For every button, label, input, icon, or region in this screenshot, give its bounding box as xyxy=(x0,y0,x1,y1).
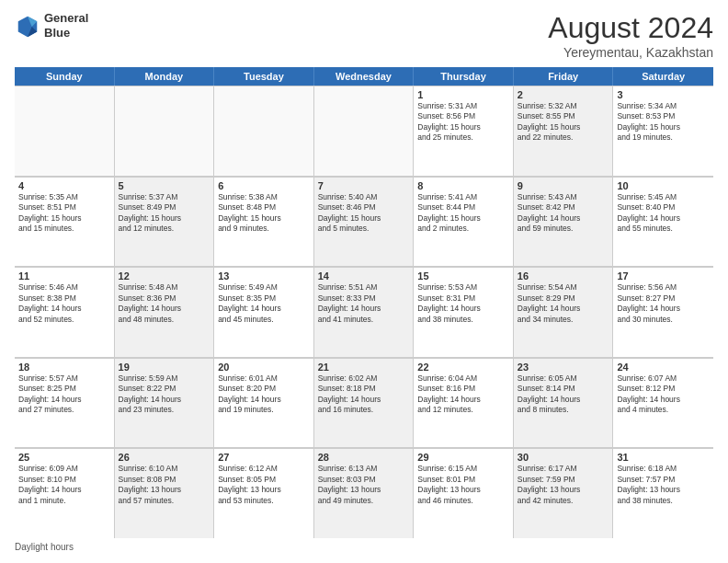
cell-info: Sunrise: 6:18 AM Sunset: 7:57 PM Dayligh… xyxy=(617,464,710,506)
day-number: 4 xyxy=(18,180,110,191)
cell-info: Sunrise: 5:34 AM Sunset: 8:53 PM Dayligh… xyxy=(617,101,710,144)
calendar-cell xyxy=(214,86,314,176)
weekday-header: Wednesday xyxy=(314,67,415,86)
day-number: 3 xyxy=(617,89,710,100)
logo-text: General Blue xyxy=(44,11,88,40)
calendar-cell: 9Sunrise: 5:43 AM Sunset: 8:42 PM Daylig… xyxy=(514,177,614,267)
calendar-cell: 13Sunrise: 5:49 AM Sunset: 8:35 PM Dayli… xyxy=(214,267,314,357)
calendar-week-row: 11Sunrise: 5:46 AM Sunset: 8:38 PM Dayli… xyxy=(15,267,713,358)
calendar-cell xyxy=(314,86,415,176)
cell-info: Sunrise: 5:57 AM Sunset: 8:25 PM Dayligh… xyxy=(18,373,110,416)
cell-info: Sunrise: 5:56 AM Sunset: 8:27 PM Dayligh… xyxy=(617,282,710,325)
cell-info: Sunrise: 6:05 AM Sunset: 8:14 PM Dayligh… xyxy=(518,373,609,416)
day-number: 18 xyxy=(18,362,110,373)
day-number: 22 xyxy=(417,362,509,373)
page: General Blue August 2024 Yereymentau, Ka… xyxy=(0,0,728,563)
day-number: 7 xyxy=(318,180,410,191)
day-number: 9 xyxy=(518,180,609,191)
day-number: 5 xyxy=(119,180,210,191)
calendar-cell: 19Sunrise: 5:59 AM Sunset: 8:22 PM Dayli… xyxy=(115,358,215,448)
day-number: 27 xyxy=(218,452,310,463)
calendar-cell: 12Sunrise: 5:48 AM Sunset: 8:36 PM Dayli… xyxy=(115,267,215,357)
weekday-header: Sunday xyxy=(15,67,115,86)
calendar-cell: 3Sunrise: 5:34 AM Sunset: 8:53 PM Daylig… xyxy=(613,86,713,176)
calendar-cell: 22Sunrise: 6:04 AM Sunset: 8:16 PM Dayli… xyxy=(414,358,514,448)
calendar-body: 1Sunrise: 5:31 AM Sunset: 8:56 PM Daylig… xyxy=(15,86,713,538)
calendar-cell: 2Sunrise: 5:32 AM Sunset: 8:55 PM Daylig… xyxy=(514,86,614,176)
cell-info: Sunrise: 5:32 AM Sunset: 8:55 PM Dayligh… xyxy=(518,101,609,144)
day-number: 6 xyxy=(218,180,310,191)
day-number: 28 xyxy=(318,452,410,463)
day-number: 19 xyxy=(119,362,210,373)
cell-info: Sunrise: 6:01 AM Sunset: 8:20 PM Dayligh… xyxy=(218,373,310,416)
location: Yereymentau, Kazakhstan xyxy=(548,45,713,60)
cell-info: Sunrise: 5:54 AM Sunset: 8:29 PM Dayligh… xyxy=(518,282,609,325)
calendar-cell: 4Sunrise: 5:35 AM Sunset: 8:51 PM Daylig… xyxy=(15,177,115,267)
cell-info: Sunrise: 5:53 AM Sunset: 8:31 PM Dayligh… xyxy=(417,282,509,325)
day-number: 2 xyxy=(518,89,609,100)
cell-info: Sunrise: 5:46 AM Sunset: 8:38 PM Dayligh… xyxy=(18,282,110,325)
calendar-cell: 16Sunrise: 5:54 AM Sunset: 8:29 PM Dayli… xyxy=(514,267,614,357)
cell-info: Sunrise: 6:12 AM Sunset: 8:05 PM Dayligh… xyxy=(218,464,310,506)
logo-icon xyxy=(15,13,40,39)
calendar-cell xyxy=(115,86,215,176)
calendar-cell: 7Sunrise: 5:40 AM Sunset: 8:46 PM Daylig… xyxy=(314,177,415,267)
cell-info: Sunrise: 5:37 AM Sunset: 8:49 PM Dayligh… xyxy=(119,192,210,235)
day-number: 29 xyxy=(417,452,509,463)
title-block: August 2024 Yereymentau, Kazakhstan xyxy=(548,11,713,60)
calendar-cell: 23Sunrise: 6:05 AM Sunset: 8:14 PM Dayli… xyxy=(514,358,614,448)
day-number: 30 xyxy=(518,452,609,463)
day-number: 8 xyxy=(417,180,509,191)
cell-info: Sunrise: 5:31 AM Sunset: 8:56 PM Dayligh… xyxy=(417,101,509,144)
cell-info: Sunrise: 5:48 AM Sunset: 8:36 PM Dayligh… xyxy=(119,282,210,325)
calendar-cell: 28Sunrise: 6:13 AM Sunset: 8:03 PM Dayli… xyxy=(314,448,415,538)
cell-info: Sunrise: 5:49 AM Sunset: 8:35 PM Dayligh… xyxy=(218,282,310,325)
day-number: 12 xyxy=(119,270,210,282)
calendar: SundayMondayTuesdayWednesdayThursdayFrid… xyxy=(15,67,713,538)
day-number: 1 xyxy=(417,89,509,100)
calendar-cell: 14Sunrise: 5:51 AM Sunset: 8:33 PM Dayli… xyxy=(314,267,415,357)
logo: General Blue xyxy=(15,11,88,40)
weekday-header: Friday xyxy=(514,67,614,86)
cell-info: Sunrise: 5:59 AM Sunset: 8:22 PM Dayligh… xyxy=(119,373,210,416)
cell-info: Sunrise: 5:41 AM Sunset: 8:44 PM Dayligh… xyxy=(417,192,509,235)
calendar-cell: 6Sunrise: 5:38 AM Sunset: 8:48 PM Daylig… xyxy=(214,177,314,267)
cell-info: Sunrise: 5:38 AM Sunset: 8:48 PM Dayligh… xyxy=(218,192,310,235)
day-number: 26 xyxy=(119,452,210,463)
day-number: 21 xyxy=(318,362,410,373)
cell-info: Sunrise: 6:15 AM Sunset: 8:01 PM Dayligh… xyxy=(417,464,509,506)
day-number: 11 xyxy=(18,270,110,282)
cell-info: Sunrise: 6:04 AM Sunset: 8:16 PM Dayligh… xyxy=(417,373,509,416)
cell-info: Sunrise: 6:17 AM Sunset: 7:59 PM Dayligh… xyxy=(518,464,609,506)
cell-info: Sunrise: 6:13 AM Sunset: 8:03 PM Dayligh… xyxy=(318,464,410,506)
cell-info: Sunrise: 5:43 AM Sunset: 8:42 PM Dayligh… xyxy=(518,192,609,235)
calendar-week-row: 4Sunrise: 5:35 AM Sunset: 8:51 PM Daylig… xyxy=(15,177,713,268)
header: General Blue August 2024 Yereymentau, Ka… xyxy=(15,11,713,60)
cell-info: Sunrise: 6:02 AM Sunset: 8:18 PM Dayligh… xyxy=(318,373,410,416)
calendar-cell: 30Sunrise: 6:17 AM Sunset: 7:59 PM Dayli… xyxy=(514,448,614,538)
footer: Daylight hours xyxy=(15,542,713,552)
cell-info: Sunrise: 5:40 AM Sunset: 8:46 PM Dayligh… xyxy=(318,192,410,235)
calendar-header: SundayMondayTuesdayWednesdayThursdayFrid… xyxy=(15,67,713,86)
svg-marker-0 xyxy=(18,16,38,36)
calendar-week-row: 25Sunrise: 6:09 AM Sunset: 8:10 PM Dayli… xyxy=(15,448,713,538)
day-number: 24 xyxy=(617,362,710,373)
day-number: 31 xyxy=(617,452,710,463)
calendar-cell: 21Sunrise: 6:02 AM Sunset: 8:18 PM Dayli… xyxy=(314,358,415,448)
cell-info: Sunrise: 6:09 AM Sunset: 8:10 PM Dayligh… xyxy=(18,464,110,506)
weekday-header: Monday xyxy=(115,67,215,86)
calendar-cell: 15Sunrise: 5:53 AM Sunset: 8:31 PM Dayli… xyxy=(414,267,514,357)
calendar-cell: 25Sunrise: 6:09 AM Sunset: 8:10 PM Dayli… xyxy=(15,448,115,538)
weekday-header: Thursday xyxy=(414,67,514,86)
weekday-header: Saturday xyxy=(613,67,713,86)
calendar-week-row: 1Sunrise: 5:31 AM Sunset: 8:56 PM Daylig… xyxy=(15,86,713,177)
month-title: August 2024 xyxy=(548,11,713,45)
day-number: 13 xyxy=(218,270,310,282)
calendar-cell: 31Sunrise: 6:18 AM Sunset: 7:57 PM Dayli… xyxy=(613,448,713,538)
cell-info: Sunrise: 5:45 AM Sunset: 8:40 PM Dayligh… xyxy=(617,192,710,235)
calendar-cell xyxy=(15,86,115,176)
calendar-cell: 5Sunrise: 5:37 AM Sunset: 8:49 PM Daylig… xyxy=(115,177,215,267)
calendar-cell: 26Sunrise: 6:10 AM Sunset: 8:08 PM Dayli… xyxy=(115,448,215,538)
day-number: 10 xyxy=(617,180,710,191)
calendar-cell: 27Sunrise: 6:12 AM Sunset: 8:05 PM Dayli… xyxy=(214,448,314,538)
